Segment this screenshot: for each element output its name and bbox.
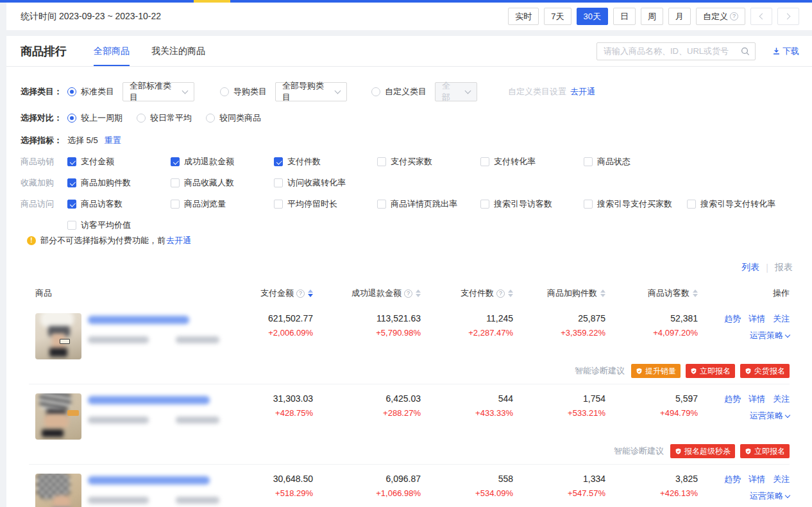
help-icon[interactable]: ?	[404, 289, 412, 298]
checkbox-icon[interactable]	[377, 157, 386, 166]
product-image[interactable]	[35, 393, 81, 440]
product-image[interactable]	[35, 474, 81, 507]
metric-checkbox-item[interactable]: 支付买家数	[377, 155, 480, 168]
checkbox-icon[interactable]	[67, 200, 76, 209]
tab-all-products[interactable]: 全部商品	[94, 36, 130, 66]
radio-guide-category[interactable]: 导购类目	[220, 86, 267, 98]
sort-control[interactable]	[600, 289, 605, 297]
sort-control[interactable]	[308, 289, 313, 297]
strategy-dropdown[interactable]: 运营策略	[750, 410, 790, 422]
sort-control[interactable]	[693, 289, 698, 297]
product-search-box[interactable]	[596, 42, 756, 60]
tab-followed-products[interactable]: 我关注的商品	[151, 36, 205, 66]
metric-checkbox-item[interactable]: 成功退款金额	[171, 155, 274, 168]
checkbox-icon[interactable]	[584, 157, 593, 166]
checkbox-icon[interactable]	[377, 200, 386, 209]
metric-checkbox-item[interactable]: 搜索引导支付买家数	[584, 198, 687, 211]
radio-icon[interactable]	[67, 87, 76, 96]
metric-checkbox-item[interactable]: 商品状态	[584, 155, 687, 168]
checkbox-icon[interactable]	[171, 157, 180, 166]
checkbox-icon[interactable]	[67, 221, 76, 230]
flash-sale-signup-button[interactable]: 报名超级秒杀	[670, 444, 735, 458]
metric-checkbox-item[interactable]: 商品收藏人数	[171, 176, 274, 189]
radio-prev-period[interactable]: 较上一周期	[67, 112, 123, 124]
radio-similar-products[interactable]: 较同类商品	[206, 112, 261, 124]
product-title-blurred[interactable]	[88, 476, 210, 485]
search-icon[interactable]	[741, 47, 750, 56]
download-button[interactable]: 下载	[772, 46, 799, 57]
trend-link[interactable]: 趋势	[724, 474, 741, 485]
activate-link[interactable]: 去开通	[570, 86, 595, 98]
trend-link[interactable]: 趋势	[724, 313, 741, 325]
radio-icon[interactable]	[67, 114, 76, 123]
metric-checkbox-item[interactable]: 支付金额	[67, 155, 171, 168]
strategy-dropdown[interactable]: 运营策略	[750, 330, 790, 341]
radio-icon[interactable]	[220, 87, 229, 96]
time-btn-7d[interactable]: 7天	[544, 8, 571, 25]
follow-link[interactable]: 关注	[773, 393, 790, 405]
search-input[interactable]	[604, 46, 741, 56]
help-icon[interactable]: ?	[496, 289, 505, 298]
detail-link[interactable]: 详情	[749, 474, 765, 485]
time-btn-realtime[interactable]: 实时	[508, 8, 539, 25]
time-btn-custom[interactable]: 自定义 ?	[696, 8, 745, 25]
metrics-reset-link[interactable]: 重置	[105, 135, 121, 146]
sort-control[interactable]	[416, 289, 421, 297]
radio-custom-category[interactable]: 自定义类目	[371, 86, 427, 98]
checkbox-icon[interactable]	[171, 178, 180, 187]
metric-checkbox-item[interactable]: 访问收藏转化率	[274, 176, 377, 189]
view-list-button[interactable]: 列表	[741, 262, 759, 273]
product-title-blurred[interactable]	[88, 316, 189, 324]
checkbox-icon[interactable]	[687, 200, 696, 209]
guide-category-select[interactable]: 全部导购类目	[275, 82, 347, 101]
radio-standard-category[interactable]: 标准类目	[67, 86, 114, 98]
metric-checkbox-item[interactable]: 搜索引导访客数	[480, 198, 584, 211]
help-icon[interactable]: ?	[296, 289, 305, 298]
signup-now-button[interactable]: 立即报名	[686, 364, 735, 378]
time-btn-day[interactable]: 日	[613, 8, 636, 25]
signup-now-button[interactable]: 立即报名	[740, 444, 790, 458]
help-icon[interactable]: ?	[730, 12, 738, 21]
radio-icon[interactable]	[206, 114, 215, 123]
sort-control[interactable]	[508, 289, 513, 297]
checkbox-icon[interactable]	[480, 157, 489, 166]
checkbox-icon[interactable]	[274, 178, 283, 187]
boost-sales-button[interactable]: 提升销量	[631, 364, 681, 378]
hot-item-signup-button[interactable]: 尖货报名	[740, 364, 790, 378]
product-image[interactable]	[35, 313, 81, 359]
checkbox-icon[interactable]	[480, 200, 489, 209]
follow-link[interactable]: 关注	[773, 313, 790, 325]
time-btn-week[interactable]: 周	[641, 8, 663, 25]
metric-checkbox-item[interactable]: 搜索引导支付转化率	[687, 198, 790, 211]
metric-checkbox-item[interactable]: 商品浏览量	[171, 198, 274, 211]
view-report-button[interactable]: 报表	[775, 262, 793, 273]
checkbox-icon[interactable]	[274, 200, 283, 209]
metric-checkbox-item[interactable]: 支付件数	[274, 155, 377, 168]
metric-checkbox-item[interactable]: 商品详情页跳出率	[377, 198, 480, 211]
strategy-dropdown[interactable]: 运营策略	[750, 490, 790, 502]
notice-activate-link[interactable]: 去开通	[166, 235, 191, 246]
metric-checkbox-item[interactable]: 支付转化率	[480, 155, 584, 168]
metric-checkbox-item[interactable]: 商品加购件数	[67, 176, 171, 189]
prev-period-button[interactable]	[750, 8, 772, 25]
metric-checkbox-item[interactable]: 访客平均价值	[67, 219, 171, 232]
metric-checkbox-item[interactable]: 平均停留时长	[274, 198, 377, 211]
checkbox-icon[interactable]	[274, 157, 283, 166]
trend-link[interactable]: 趋势	[724, 393, 741, 405]
radio-daily-average[interactable]: 较日常平均	[137, 112, 192, 124]
time-btn-30d[interactable]: 30天	[577, 8, 608, 25]
metric-checkbox-item[interactable]: 商品访客数	[67, 198, 171, 211]
radio-icon[interactable]	[137, 114, 146, 123]
time-btn-month[interactable]: 月	[668, 8, 691, 25]
radio-icon[interactable]	[371, 87, 380, 96]
detail-link[interactable]: 详情	[749, 313, 765, 325]
checkbox-icon[interactable]	[67, 178, 76, 187]
standard-category-select[interactable]: 全部标准类目	[123, 82, 194, 101]
checkbox-icon[interactable]	[67, 157, 76, 166]
next-period-button[interactable]	[777, 8, 799, 25]
detail-link[interactable]: 详情	[749, 393, 765, 405]
checkbox-icon[interactable]	[171, 200, 180, 209]
checkbox-icon[interactable]	[584, 200, 593, 209]
follow-link[interactable]: 关注	[773, 474, 790, 485]
product-title-blurred[interactable]	[88, 396, 210, 404]
